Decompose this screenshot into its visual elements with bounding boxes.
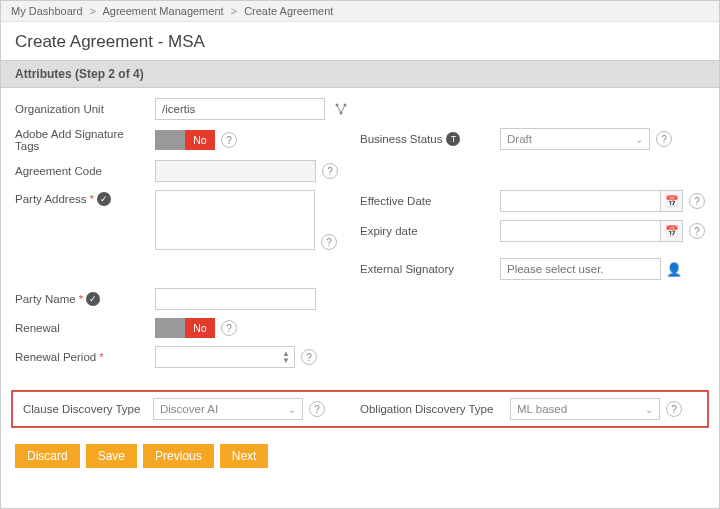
help-icon[interactable]: ? [309, 401, 325, 417]
chevron-down-icon: ⌄ [635, 134, 643, 145]
action-button-row: Discard Save Previous Next [1, 438, 719, 474]
stepper-arrows-icon[interactable]: ▲▼ [282, 350, 290, 364]
business-status-dropdown[interactable]: Draft ⌄ [500, 128, 650, 150]
crumb-dashboard[interactable]: My Dashboard [11, 5, 83, 17]
next-button[interactable]: Next [220, 444, 269, 468]
help-icon[interactable]: ? [301, 349, 317, 365]
label-renewal: Renewal [15, 322, 155, 334]
adobe-tags-toggle-label: No [185, 130, 215, 150]
user-icon[interactable]: 👤 [665, 258, 683, 280]
help-icon[interactable]: ? [221, 320, 237, 336]
chevron-down-icon: ⌄ [645, 404, 653, 415]
label-agreement-code: Agreement Code [15, 165, 155, 177]
help-icon[interactable]: ? [321, 234, 337, 250]
adobe-tags-toggle[interactable]: No [155, 130, 215, 150]
label-effective-date: Effective Date [360, 195, 500, 207]
help-icon[interactable]: ? [689, 193, 705, 209]
agreement-code-input[interactable] [155, 160, 316, 182]
label-external-signatory: External Signatory [360, 263, 500, 275]
party-name-input[interactable] [155, 288, 316, 310]
org-unit-picker-icon[interactable] [331, 99, 351, 119]
previous-button[interactable]: Previous [143, 444, 214, 468]
renewal-toggle[interactable]: No [155, 318, 215, 338]
page-title: Create Agreement - MSA [1, 22, 719, 60]
help-icon[interactable]: ? [322, 163, 338, 179]
label-business-status: Business Status T [360, 132, 500, 146]
obligation-discovery-dropdown[interactable]: ML based ⌄ [510, 398, 660, 420]
label-obligation-discovery: Obligation Discovery Type [360, 403, 510, 415]
effective-date-input[interactable] [500, 190, 661, 212]
check-icon: ✓ [86, 292, 100, 306]
help-icon[interactable]: ? [666, 401, 682, 417]
save-button[interactable]: Save [86, 444, 137, 468]
calendar-icon[interactable]: 📅 [661, 190, 683, 212]
label-expiry-date: Expiry date [360, 225, 500, 237]
discovery-section-highlight: Clause Discovery Type Discover AI ⌄ ? Ob… [11, 390, 709, 428]
renewal-toggle-label: No [185, 318, 215, 338]
label-clause-discovery: Clause Discovery Type [23, 403, 153, 415]
expiry-date-input[interactable] [500, 220, 661, 242]
clause-discovery-dropdown[interactable]: Discover AI ⌄ [153, 398, 303, 420]
help-icon[interactable]: ? [221, 132, 237, 148]
help-icon[interactable]: ? [656, 131, 672, 147]
external-signatory-input[interactable] [500, 258, 661, 280]
party-address-textarea[interactable] [155, 190, 315, 250]
label-party-name: Party Name * ✓ [15, 292, 155, 306]
breadcrumb: My Dashboard > Agreement Management > Cr… [1, 1, 719, 22]
info-icon[interactable]: T [446, 132, 460, 146]
org-unit-input[interactable] [155, 98, 325, 120]
help-icon[interactable]: ? [689, 223, 705, 239]
label-party-address: Party Address * ✓ [15, 190, 155, 206]
chevron-down-icon: ⌄ [288, 404, 296, 415]
crumb-create-agreement: Create Agreement [244, 5, 333, 17]
label-org-unit: Organization Unit [15, 103, 155, 115]
discard-button[interactable]: Discard [15, 444, 80, 468]
section-attributes-header: Attributes (Step 2 of 4) [1, 60, 719, 88]
label-adobe-tags: Adobe Add Signature Tags [15, 128, 155, 152]
label-renewal-period: Renewal Period * [15, 351, 155, 363]
renewal-period-stepper[interactable]: ▲▼ [155, 346, 295, 368]
calendar-icon[interactable]: 📅 [661, 220, 683, 242]
check-icon: ✓ [97, 192, 111, 206]
crumb-agreement-mgmt[interactable]: Agreement Management [103, 5, 224, 17]
